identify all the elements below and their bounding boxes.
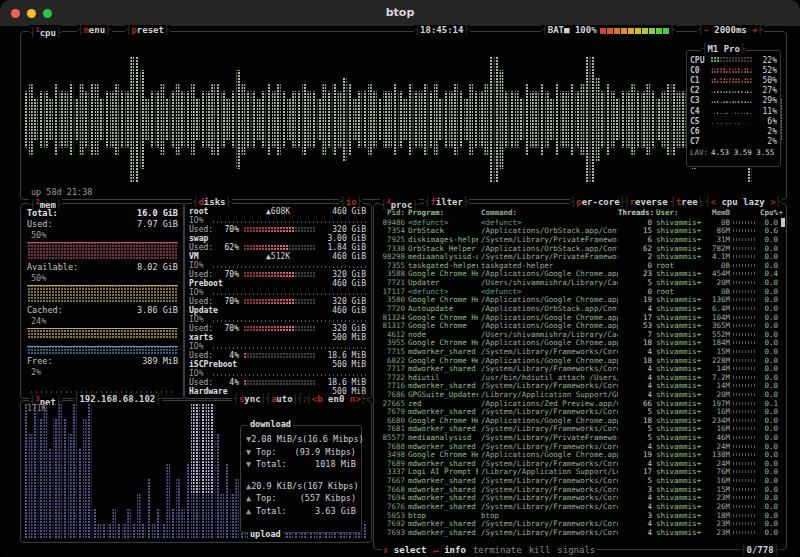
- process-row[interactable]: 7721Updater/Users/shivammishra/Library/C…: [377, 278, 783, 287]
- transfer-label: 2.08 MiB/s: [251, 434, 302, 444]
- process-row[interactable]: 7679mdworker_shared/System/Library/Frame…: [377, 407, 783, 416]
- disk-name: VM: [189, 252, 266, 261]
- net-scale-label: 171K: [27, 404, 46, 413]
- disk-name: swap: [189, 234, 266, 243]
- process-row[interactable]: 3580Google Chrome He/Applications/Google…: [377, 295, 783, 304]
- disk-used-value: 320 GiB: [320, 324, 366, 333]
- process-row[interactable]: 7722hdiutil/usr/bin/hdiutil attach /User…: [377, 373, 783, 382]
- transfer-label: Total:: [256, 459, 287, 469]
- signals-button[interactable]: signals: [557, 545, 595, 556]
- col-cpu[interactable]: Cpu%: [758, 208, 778, 217]
- process-row[interactable]: 7716mdworker_shared/System/Library/Frame…: [377, 382, 783, 391]
- process-row[interactable]: 7717mdworker_shared/System/Library/Frame…: [377, 364, 783, 373]
- menu-button[interactable]: ┤menu├: [77, 25, 112, 36]
- disk-io-row: IO%: [189, 216, 366, 225]
- process-row[interactable]: 6680Google Chrome He/Applications/Google…: [377, 416, 783, 425]
- process-row[interactable]: 7925diskimages-helpe/System/Library/Priv…: [377, 235, 783, 244]
- process-row[interactable]: 89486<defunct><defunct>0shivammis+0B0.0: [377, 218, 783, 227]
- core-usage-graph: [710, 97, 752, 104]
- mem-box: ┤2mem├ Total:16.0 GiB Used:7.97 GiB 50% …: [20, 203, 185, 399]
- core-usage-graph: [710, 77, 752, 84]
- process-row[interactable]: 85577mediaanalysisd/System/Library/Priva…: [377, 433, 783, 442]
- cpu-box-title[interactable]: ┤1cpu├: [29, 25, 62, 39]
- process-cpu: 0.0: [758, 528, 778, 537]
- process-row[interactable]: 7668mdworker_shared/System/Library/Frame…: [377, 485, 783, 494]
- process-cpu-graph: [733, 298, 755, 301]
- process-row[interactable]: 7693mdworker_shared/System/Library/Frame…: [377, 528, 783, 537]
- upload-stat-row: ▲20.9 KiB/s(167 Kibps): [246, 480, 356, 493]
- process-row[interactable]: 6822Google Chrome He/Applications/Google…: [377, 356, 783, 365]
- process-row[interactable]: 17117<defunct><defunct>0root0B0.0: [377, 287, 783, 296]
- update-interval-control[interactable]: ┤- 2000ms +├: [697, 25, 764, 36]
- terminate-button[interactable]: terminate: [473, 545, 522, 556]
- process-cpu-graph: [733, 462, 755, 465]
- process-command: /System/Library/Frameworks/CoreServi: [481, 528, 618, 537]
- proc-scrollbar-thumb[interactable]: [781, 218, 785, 227]
- clock: ┤18:45:14├: [414, 25, 470, 36]
- process-row[interactable]: 7676mdworker_shared/System/Library/Frame…: [377, 502, 783, 511]
- transfer-value: (557 Kibps): [276, 493, 356, 503]
- process-cpu-graph: [733, 522, 755, 525]
- disk-used-pct: 70%: [217, 324, 239, 333]
- process-row[interactable]: 98298mediaanalysisd-a/System/Library/Pri…: [377, 252, 783, 261]
- cpu-core-panel: ┤M1 Pro├ CPU 22% C052%C150%C227%C329%C41…: [686, 50, 781, 167]
- process-row[interactable]: 5053btopbtop3shivammis+18M0.0: [377, 511, 783, 520]
- process-row[interactable]: 7689mdworker_shared/System/Library/Frame…: [377, 459, 783, 468]
- disk-name: Update: [189, 306, 266, 315]
- process-row[interactable]: 7688mdworker_shared/System/Library/Frame…: [377, 442, 783, 451]
- window-titlebar[interactable]: btop: [0, 0, 800, 27]
- process-cpu-graph: [733, 445, 755, 448]
- disk-used-value: 18.6 MiB: [320, 351, 366, 360]
- disk-used-meter: [243, 299, 316, 305]
- kill-button[interactable]: kill: [529, 545, 551, 556]
- cpu-box: ┤1cpu├ ┤menu├ ┤preset├ ┤18:45:14├ ┤BAT■ …: [20, 31, 787, 200]
- process-row[interactable]: 81324Google Chrome He/Applications/Googl…: [377, 313, 783, 322]
- col-pid[interactable]: Pid:: [377, 208, 405, 217]
- disk-name-row: iSCPreboot500 MiB: [189, 360, 366, 369]
- sort-prev-arrow[interactable]: <: [711, 197, 716, 207]
- process-cpu-graph: [733, 264, 755, 267]
- select-button[interactable]: select: [394, 545, 427, 555]
- process-cpu-graph: [733, 402, 755, 405]
- process-row[interactable]: 81317Google Chrome/Applications/Google C…: [377, 321, 783, 330]
- col-user[interactable]: User:: [656, 208, 702, 217]
- process-row[interactable]: 7355taskgated-helpertaskgated-helper0roo…: [377, 261, 783, 270]
- process-row[interactable]: 4612node/Users/shivammishra/Library/Cach…: [377, 330, 783, 339]
- proc-box: ┤4proc├ ┤filter├ ┤per-core├ ┤reverse├ ┤t…: [373, 203, 787, 550]
- mem-available-row: Available:8.02 GiB: [27, 262, 178, 273]
- proc-table-header: Pid: Program: Command: Threads: User: Me…: [377, 207, 783, 217]
- net-stats-panel: download ▼2.08 MiB/s(16.6 Mibps)▼Top:(93…: [240, 425, 362, 533]
- process-row[interactable]: 3955Google Chrome He/Applications/Google…: [377, 339, 783, 348]
- process-row[interactable]: 7681mdworker_shared/System/Library/Frame…: [377, 425, 783, 434]
- disk-name: iSCPreboot: [189, 360, 266, 369]
- info-button[interactable]: info: [444, 545, 466, 555]
- process-row[interactable]: 7667mdworker_shared/System/Library/Frame…: [377, 476, 783, 485]
- process-row[interactable]: 3588Google Chrome He/Applications/Google…: [377, 270, 783, 279]
- process-row[interactable]: 3498Google Chrome He/Applications/Google…: [377, 450, 783, 459]
- disk-used-pct: 70%: [217, 225, 239, 234]
- process-row[interactable]: 7354OrbStack/Applications/OrbStack.app/C…: [377, 227, 783, 236]
- process-row[interactable]: 7715mdworker_shared/System/Library/Frame…: [377, 347, 783, 356]
- col-threads[interactable]: Threads:: [618, 208, 652, 217]
- disk-io-row: IO%: [189, 261, 366, 270]
- core-row: C411%: [690, 106, 777, 116]
- transfer-value: 3.63 GiB: [287, 506, 356, 516]
- process-row[interactable]: 7338OrbStack Helper/Applications/OrbStac…: [377, 244, 783, 253]
- process-row[interactable]: 7686GPGSuite_Updater/Library/Application…: [377, 390, 783, 399]
- preset-button[interactable]: ┤preset├: [125, 25, 170, 36]
- mem-total-row: Total:16.0 GiB: [27, 208, 178, 219]
- process-row[interactable]: 3337Logi AI Prompt B/Library/Application…: [377, 468, 783, 477]
- process-cpu-graph: [733, 367, 755, 370]
- col-command[interactable]: Command:: [481, 208, 618, 217]
- col-expand[interactable]: +: [778, 208, 783, 217]
- process-cpu-graph: [733, 247, 755, 250]
- interval-minus-button[interactable]: -: [703, 25, 708, 35]
- col-program[interactable]: Program:: [408, 208, 478, 217]
- process-row[interactable]: 7720Autoupdate/Applications/OrbStack.app…: [377, 304, 783, 313]
- col-mem[interactable]: MemB: [702, 208, 730, 217]
- process-row[interactable]: 7692mdworker_shared/System/Library/Frame…: [377, 519, 783, 528]
- transfer-label: 20.9 KiB/s: [251, 481, 302, 491]
- process-row[interactable]: 7694mdworker_shared/System/Library/Frame…: [377, 494, 783, 503]
- load-average-row: LAV: 4.53 3.59 3.55: [690, 147, 777, 158]
- process-row[interactable]: 27665zed/Applications/Zed Preview.app/Co…: [377, 399, 783, 408]
